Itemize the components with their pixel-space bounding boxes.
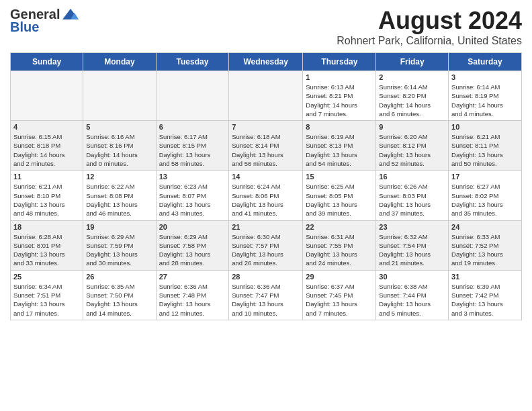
- calendar-day-cell: 10Sunrise: 6:21 AM Sunset: 8:11 PM Dayli…: [449, 121, 522, 171]
- calendar-day-cell: 5Sunrise: 6:16 AM Sunset: 8:16 PM Daylig…: [83, 121, 156, 171]
- day-number: 6: [159, 123, 226, 131]
- day-info: Sunrise: 6:19 AM Sunset: 8:13 PM Dayligh…: [306, 132, 373, 168]
- calendar-day-cell: 29Sunrise: 6:37 AM Sunset: 7:45 PM Dayli…: [303, 270, 376, 320]
- calendar-day-cell: 23Sunrise: 6:32 AM Sunset: 7:54 PM Dayli…: [376, 220, 449, 270]
- day-info: Sunrise: 6:36 AM Sunset: 7:47 PM Dayligh…: [232, 282, 300, 318]
- day-number: 5: [86, 123, 152, 131]
- calendar-day-cell: 2Sunrise: 6:14 AM Sunset: 8:20 PM Daylig…: [376, 71, 449, 121]
- calendar-day-cell: 9Sunrise: 6:20 AM Sunset: 8:12 PM Daylig…: [376, 121, 449, 171]
- calendar-day-cell: 19Sunrise: 6:29 AM Sunset: 7:59 PM Dayli…: [83, 220, 156, 270]
- day-info: Sunrise: 6:28 AM Sunset: 8:01 PM Dayligh…: [13, 232, 80, 268]
- day-of-week-header: Friday: [376, 53, 449, 71]
- day-info: Sunrise: 6:38 AM Sunset: 7:44 PM Dayligh…: [379, 282, 445, 318]
- day-info: Sunrise: 6:29 AM Sunset: 7:59 PM Dayligh…: [86, 232, 152, 268]
- calendar-day-cell: 17Sunrise: 6:27 AM Sunset: 8:02 PM Dayli…: [449, 171, 522, 220]
- calendar-day-cell: 12Sunrise: 6:22 AM Sunset: 8:08 PM Dayli…: [83, 171, 156, 220]
- day-number: 11: [13, 173, 80, 181]
- day-number: 22: [306, 223, 373, 231]
- day-number: 21: [232, 223, 300, 231]
- day-info: Sunrise: 6:30 AM Sunset: 7:57 PM Dayligh…: [232, 232, 300, 268]
- day-of-week-header: Monday: [83, 53, 156, 71]
- day-info: Sunrise: 6:15 AM Sunset: 8:18 PM Dayligh…: [13, 132, 80, 168]
- day-number: 15: [306, 173, 373, 181]
- day-number: 8: [306, 123, 373, 131]
- page-header: General Blue August 2024 Rohnert Park, C…: [10, 7, 522, 47]
- calendar-day-cell: 21Sunrise: 6:30 AM Sunset: 7:57 PM Dayli…: [229, 220, 303, 270]
- day-number: 18: [13, 223, 80, 231]
- calendar-day-cell: [229, 71, 303, 121]
- day-info: Sunrise: 6:18 AM Sunset: 8:14 PM Dayligh…: [232, 132, 300, 168]
- calendar-week-row: 1Sunrise: 6:13 AM Sunset: 8:21 PM Daylig…: [11, 71, 522, 121]
- day-number: 25: [13, 273, 80, 281]
- calendar-header-row: SundayMondayTuesdayWednesdayThursdayFrid…: [11, 53, 522, 71]
- calendar-day-cell: 3Sunrise: 6:14 AM Sunset: 8:19 PM Daylig…: [449, 71, 522, 121]
- day-number: 23: [379, 223, 445, 231]
- day-of-week-header: Saturday: [449, 53, 522, 71]
- day-info: Sunrise: 6:32 AM Sunset: 7:54 PM Dayligh…: [379, 232, 445, 268]
- day-info: Sunrise: 6:26 AM Sunset: 8:03 PM Dayligh…: [379, 182, 445, 218]
- day-number: 3: [451, 73, 519, 81]
- calendar-day-cell: 28Sunrise: 6:36 AM Sunset: 7:47 PM Dayli…: [229, 270, 303, 320]
- calendar-day-cell: [156, 71, 229, 121]
- day-number: 10: [451, 123, 519, 131]
- day-number: 7: [232, 123, 300, 131]
- day-info: Sunrise: 6:37 AM Sunset: 7:45 PM Dayligh…: [306, 282, 373, 318]
- day-number: 9: [379, 123, 445, 131]
- calendar-day-cell: 18Sunrise: 6:28 AM Sunset: 8:01 PM Dayli…: [11, 220, 83, 270]
- calendar-day-cell: 16Sunrise: 6:26 AM Sunset: 8:03 PM Dayli…: [376, 171, 449, 220]
- calendar-week-row: 18Sunrise: 6:28 AM Sunset: 8:01 PM Dayli…: [11, 220, 522, 270]
- day-number: 1: [306, 73, 373, 81]
- calendar-day-cell: [83, 71, 156, 121]
- day-number: 4: [13, 123, 80, 131]
- day-number: 2: [379, 73, 445, 81]
- day-info: Sunrise: 6:17 AM Sunset: 8:15 PM Dayligh…: [159, 132, 226, 168]
- day-info: Sunrise: 6:33 AM Sunset: 7:52 PM Dayligh…: [451, 232, 519, 268]
- day-info: Sunrise: 6:31 AM Sunset: 7:55 PM Dayligh…: [306, 232, 373, 268]
- calendar-week-row: 4Sunrise: 6:15 AM Sunset: 8:18 PM Daylig…: [11, 121, 522, 171]
- calendar-day-cell: 4Sunrise: 6:15 AM Sunset: 8:18 PM Daylig…: [11, 121, 83, 171]
- calendar-day-cell: 31Sunrise: 6:39 AM Sunset: 7:42 PM Dayli…: [449, 270, 522, 320]
- day-number: 14: [232, 173, 300, 181]
- day-info: Sunrise: 6:16 AM Sunset: 8:16 PM Dayligh…: [86, 132, 152, 168]
- calendar-day-cell: 30Sunrise: 6:38 AM Sunset: 7:44 PM Dayli…: [376, 270, 449, 320]
- calendar-day-cell: 8Sunrise: 6:19 AM Sunset: 8:13 PM Daylig…: [303, 121, 376, 171]
- day-info: Sunrise: 6:21 AM Sunset: 8:11 PM Dayligh…: [451, 132, 519, 168]
- day-info: Sunrise: 6:39 AM Sunset: 7:42 PM Dayligh…: [451, 282, 519, 318]
- calendar-day-cell: 27Sunrise: 6:36 AM Sunset: 7:48 PM Dayli…: [156, 270, 229, 320]
- month-title: August 2024: [337, 7, 522, 35]
- day-number: 30: [379, 273, 445, 281]
- day-number: 19: [86, 223, 152, 231]
- day-info: Sunrise: 6:20 AM Sunset: 8:12 PM Dayligh…: [379, 132, 445, 168]
- title-area: August 2024 Rohnert Park, California, Un…: [337, 7, 522, 47]
- day-number: 29: [306, 273, 373, 281]
- calendar-day-cell: 13Sunrise: 6:23 AM Sunset: 8:07 PM Dayli…: [156, 171, 229, 220]
- calendar-day-cell: 7Sunrise: 6:18 AM Sunset: 8:14 PM Daylig…: [229, 121, 303, 171]
- day-number: 17: [451, 173, 519, 181]
- calendar-day-cell: 14Sunrise: 6:24 AM Sunset: 8:06 PM Dayli…: [229, 171, 303, 220]
- calendar-day-cell: 26Sunrise: 6:35 AM Sunset: 7:50 PM Dayli…: [83, 270, 156, 320]
- day-of-week-header: Thursday: [303, 53, 376, 71]
- day-number: 12: [86, 173, 152, 181]
- day-info: Sunrise: 6:34 AM Sunset: 7:51 PM Dayligh…: [13, 282, 80, 318]
- day-number: 13: [159, 173, 226, 181]
- day-info: Sunrise: 6:14 AM Sunset: 8:19 PM Dayligh…: [451, 83, 519, 118]
- day-number: 28: [232, 273, 300, 281]
- day-info: Sunrise: 6:21 AM Sunset: 8:10 PM Dayligh…: [13, 182, 80, 218]
- logo-blue-text: Blue: [10, 19, 39, 35]
- day-of-week-header: Tuesday: [156, 53, 229, 71]
- day-info: Sunrise: 6:27 AM Sunset: 8:02 PM Dayligh…: [451, 182, 519, 218]
- day-info: Sunrise: 6:25 AM Sunset: 8:05 PM Dayligh…: [306, 182, 373, 218]
- logo: General Blue: [10, 7, 80, 35]
- day-info: Sunrise: 6:23 AM Sunset: 8:07 PM Dayligh…: [159, 182, 226, 218]
- day-number: 16: [379, 173, 445, 181]
- day-info: Sunrise: 6:29 AM Sunset: 7:58 PM Dayligh…: [159, 232, 226, 268]
- calendar-week-row: 25Sunrise: 6:34 AM Sunset: 7:51 PM Dayli…: [11, 270, 522, 320]
- day-info: Sunrise: 6:13 AM Sunset: 8:21 PM Dayligh…: [306, 83, 373, 118]
- day-info: Sunrise: 6:14 AM Sunset: 8:20 PM Dayligh…: [379, 83, 445, 118]
- day-of-week-header: Wednesday: [229, 53, 303, 71]
- calendar-day-cell: 11Sunrise: 6:21 AM Sunset: 8:10 PM Dayli…: [11, 171, 83, 220]
- calendar-day-cell: 24Sunrise: 6:33 AM Sunset: 7:52 PM Dayli…: [449, 220, 522, 270]
- calendar-day-cell: 15Sunrise: 6:25 AM Sunset: 8:05 PM Dayli…: [303, 171, 376, 220]
- day-number: 24: [451, 223, 519, 231]
- calendar-day-cell: 25Sunrise: 6:34 AM Sunset: 7:51 PM Dayli…: [11, 270, 83, 320]
